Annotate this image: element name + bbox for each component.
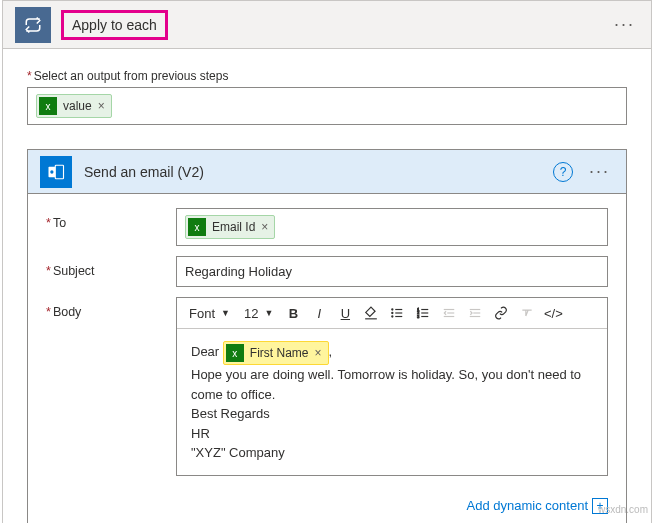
value-token[interactable]: x value × xyxy=(36,94,112,118)
code-view-button[interactable]: </> xyxy=(541,301,565,325)
body-line: Best Regards xyxy=(191,404,593,424)
outdent-button xyxy=(437,301,461,325)
remove-token-button[interactable]: × xyxy=(98,99,105,113)
remove-token-button[interactable]: × xyxy=(261,220,268,234)
excel-icon: x xyxy=(226,344,244,362)
to-label: To xyxy=(46,208,176,230)
body-line: HR xyxy=(191,424,593,444)
svg-text:3: 3 xyxy=(417,315,419,319)
email-id-token[interactable]: x Email Id × xyxy=(185,215,275,239)
size-select[interactable]: 12▼ xyxy=(238,304,279,323)
editor-toolbar: Font▼ 12▼ B I U xyxy=(177,298,607,329)
remove-token-button[interactable]: × xyxy=(314,344,321,362)
svg-point-4 xyxy=(392,312,393,313)
font-select[interactable]: Font▼ xyxy=(183,304,236,323)
card-body: Select an output from previous steps x v… xyxy=(3,49,651,523)
email-form: To x Email Id × Subject xyxy=(28,194,626,490)
send-email-card: Send an email (V2) ? ··· To x Email Id × xyxy=(27,149,627,523)
number-list-button[interactable]: 123 xyxy=(411,301,435,325)
body-textarea[interactable]: Dear x First Name × , Hope you are doing… xyxy=(177,329,607,475)
greeting-comma: , xyxy=(329,344,333,359)
color-button[interactable] xyxy=(359,301,383,325)
apply-to-each-card: Apply to each ··· Select an output from … xyxy=(2,0,652,523)
body-editor: Font▼ 12▼ B I U xyxy=(176,297,608,476)
card-menu-button[interactable]: ··· xyxy=(610,14,639,35)
outlook-icon xyxy=(40,156,72,188)
add-dynamic-content-link[interactable]: Add dynamic content + xyxy=(467,498,608,514)
email-card-title: Send an email (V2) xyxy=(84,164,204,180)
to-input[interactable]: x Email Id × xyxy=(176,208,608,246)
card-title: Apply to each xyxy=(61,10,168,40)
bullet-list-button[interactable] xyxy=(385,301,409,325)
email-card-header[interactable]: Send an email (V2) ? ··· xyxy=(28,150,626,194)
excel-icon: x xyxy=(188,218,206,236)
subject-label: Subject xyxy=(46,256,176,278)
svg-rect-1 xyxy=(55,165,63,179)
svg-point-2 xyxy=(50,170,53,173)
token-label: Email Id xyxy=(212,220,255,234)
italic-button[interactable]: I xyxy=(307,301,331,325)
greeting-text: Dear xyxy=(191,344,219,359)
link-button[interactable] xyxy=(489,301,513,325)
clear-format-button xyxy=(515,301,539,325)
svg-point-3 xyxy=(392,309,393,310)
underline-button[interactable]: U xyxy=(333,301,357,325)
email-menu-button[interactable]: ··· xyxy=(585,161,614,182)
subject-input[interactable] xyxy=(176,256,608,287)
body-line: Hope you are doing well. Tomorrow is hol… xyxy=(191,365,593,404)
token-label: First Name xyxy=(250,344,309,362)
output-input[interactable]: x value × xyxy=(27,87,627,125)
watermark: wsxdn.com xyxy=(598,504,648,515)
bold-button[interactable]: B xyxy=(281,301,305,325)
dynamic-content-row: Add dynamic content + xyxy=(28,490,626,524)
first-name-token[interactable]: x First Name × xyxy=(223,341,329,365)
indent-button xyxy=(463,301,487,325)
loop-icon xyxy=(15,7,51,43)
body-line: "XYZ" Company xyxy=(191,443,593,463)
token-label: value xyxy=(63,99,92,113)
output-label: Select an output from previous steps xyxy=(27,69,627,83)
svg-point-5 xyxy=(392,316,393,317)
card-header[interactable]: Apply to each ··· xyxy=(3,1,651,49)
help-icon[interactable]: ? xyxy=(553,162,573,182)
excel-icon: x xyxy=(39,97,57,115)
body-label: Body xyxy=(46,297,176,319)
